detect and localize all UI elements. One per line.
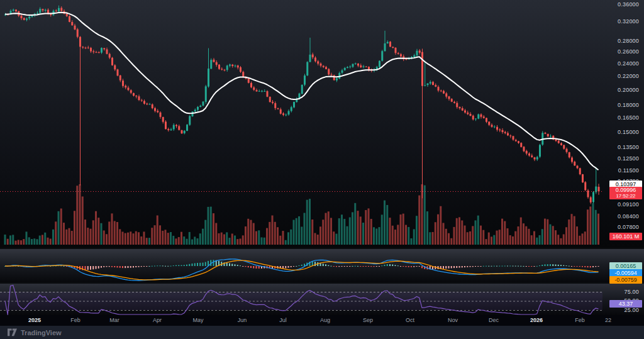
price-axis-label: 0.13500	[618, 144, 639, 150]
tradingview-chart-window: TradingView 0.360000.320000.280000.26000…	[0, 0, 644, 339]
price-axis-label: 0.16500	[618, 114, 639, 121]
time-axis-label: Jun	[238, 317, 247, 323]
price-axis-label: 0.20000	[618, 87, 639, 93]
rsi-value-badge: 43.37	[609, 300, 642, 308]
rsi-axis-label: 25.00	[624, 307, 639, 313]
price-axis-label: 0.36000	[618, 1, 639, 8]
time-axis-label: Oct	[406, 317, 414, 323]
price-axis-label: 0.08400	[618, 213, 639, 220]
last-price-value: 0.09996	[616, 187, 636, 193]
time-axis-label: May	[192, 317, 203, 323]
price-axis-label: 0.07800	[618, 224, 639, 230]
last-price-badge: 0.09996 17:52:22	[609, 187, 642, 199]
time-axis-label: Apr	[153, 317, 162, 323]
price-axis-label: 0.24000	[618, 60, 639, 67]
bar-countdown: 17:52:22	[611, 193, 640, 199]
tradingview-logo-icon	[8, 328, 17, 336]
time-axis-label: Nov	[448, 317, 458, 323]
price-axis-label: 0.22000	[618, 73, 639, 79]
time-axis-label: 22	[605, 317, 611, 323]
time-axis-label: Feb	[575, 317, 585, 323]
rsi-chart-canvas[interactable]	[0, 284, 602, 315]
price-axis-label: 0.18000	[618, 102, 639, 108]
rsi-axis-label: 75.00	[624, 289, 639, 295]
macd-chart-canvas[interactable]	[0, 249, 602, 282]
time-axis-label: Aug	[320, 317, 330, 323]
time-axis-label: Jul	[279, 317, 287, 323]
time-axis-label: Dec	[489, 317, 499, 323]
price-axis-label: 0.26000	[618, 48, 639, 55]
price-axis-label: 0.12500	[618, 155, 639, 162]
price-axis-label: 0.09100	[618, 201, 639, 208]
price-axis-label: 0.15000	[618, 129, 639, 135]
volume-value-badge: 160.101 M	[609, 233, 642, 240]
time-axis-year-label: 2025	[28, 317, 41, 323]
price-axis-label: 0.11500	[618, 167, 639, 174]
price-axis-label: 0.32000	[618, 18, 639, 25]
attribution-label: TradingView	[21, 329, 62, 336]
tradingview-attribution-link[interactable]: TradingView	[8, 328, 62, 336]
time-axis-label: Sep	[363, 317, 373, 323]
price-chart-canvas[interactable]	[0, 0, 602, 248]
time-axis-label: Feb	[70, 317, 80, 323]
price-scale[interactable]: 0.360000.320000.280000.260000.240000.220…	[602, 0, 644, 315]
time-axis-year-label: 2026	[530, 317, 543, 323]
time-axis-label: Mar	[109, 317, 119, 323]
attribution-bar: TradingView	[0, 326, 644, 339]
price-axis-label: 0.28000	[618, 38, 639, 44]
macd-signal-badge: -0.00759	[609, 276, 642, 284]
